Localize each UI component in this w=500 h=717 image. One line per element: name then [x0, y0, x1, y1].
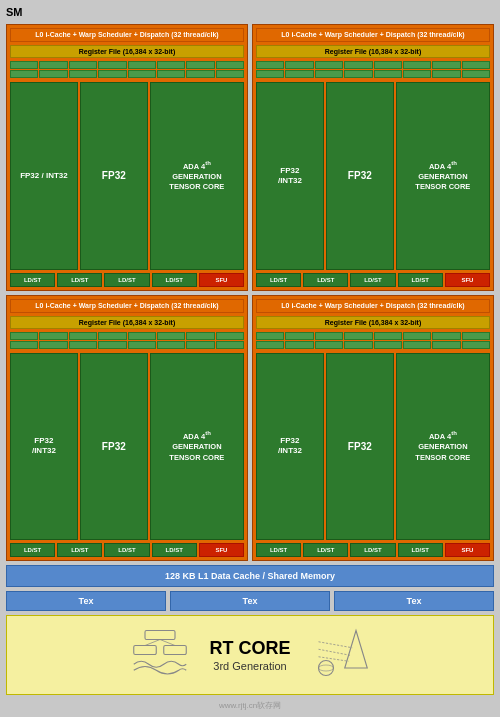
reg-cell — [462, 332, 490, 340]
rt-core-title: RT CORE — [210, 638, 291, 660]
reg-cell — [98, 332, 126, 340]
ld-st-3: LD/ST — [104, 273, 149, 287]
reg-cell — [186, 70, 214, 78]
reg-cell — [315, 70, 343, 78]
warp-block-1: L0 i-Cache + Warp Scheduler + Dispatch (… — [6, 24, 248, 291]
bottom-bar-3: LD/ST LD/ST LD/ST LD/ST SFU — [10, 543, 244, 557]
fp32-int32-label-2: FP32/INT32 — [278, 166, 302, 187]
reg-cell — [432, 332, 460, 340]
rt-core-section: RT CORE 3rd Generation — [6, 615, 494, 695]
sm-label: SM — [6, 6, 494, 18]
sm-container: SM L0 i-Cache + Warp Scheduler + Dispatc… — [0, 0, 500, 717]
reg-cell — [128, 70, 156, 78]
warp-block-3: L0 i-Cache + Warp Scheduler + Dispatch (… — [6, 295, 248, 562]
tex-1: Tex — [6, 591, 166, 611]
tensor-label-3: ADA 4thGENERATIONTENSOR CORE — [169, 429, 224, 463]
svg-rect-0 — [145, 631, 175, 640]
reg-cell — [403, 70, 431, 78]
sfu-2: SFU — [445, 273, 490, 287]
warp-header-3: L0 i-Cache + Warp Scheduler + Dispatch (… — [10, 299, 244, 313]
sfu-3: SFU — [199, 543, 244, 557]
watermark: www.rjtj.cn软存网 — [6, 700, 494, 711]
fp32-label-2: FP32 — [348, 170, 372, 181]
reg-cell — [315, 332, 343, 340]
l1-cache-bar: 128 KB L1 Data Cache / Shared Memory — [6, 565, 494, 587]
tex-3: Tex — [334, 591, 494, 611]
reg-cell — [10, 332, 38, 340]
reg-cell — [186, 332, 214, 340]
reg-file-1: Register File (16,384 x 32-bit) — [10, 45, 244, 58]
reg-cell — [216, 341, 244, 349]
ld-st-5: LD/ST — [256, 273, 301, 287]
reg-cell — [216, 61, 244, 69]
warp-block-4: L0 i-Cache + Warp Scheduler + Dispatch (… — [252, 295, 494, 562]
reg-cell — [98, 70, 126, 78]
sfu-1: SFU — [199, 273, 244, 287]
reg-cell — [10, 341, 38, 349]
reg-cell — [344, 61, 372, 69]
fp32-1: FP32 — [80, 82, 148, 269]
fp32-4: FP32 — [326, 353, 394, 540]
cores-area-3: FP32/INT32 FP32 ADA 4thGENERATIONTENSOR … — [10, 353, 244, 540]
reg-cell — [216, 332, 244, 340]
ld-st-9: LD/ST — [10, 543, 55, 557]
reg-cell — [39, 70, 67, 78]
fp32-int32-2: FP32/INT32 — [256, 82, 324, 269]
reg-file-4: Register File (16,384 x 32-bit) — [256, 316, 490, 329]
rt-left-icon — [130, 623, 190, 687]
reg-cell — [216, 70, 244, 78]
reg-cell — [315, 341, 343, 349]
fp32-int32-label-1: FP32 / INT32 — [20, 171, 68, 181]
reg-cell — [69, 332, 97, 340]
reg-cell — [157, 70, 185, 78]
reg-cell — [285, 341, 313, 349]
bottom-section: L0 i-Cache + Warp Scheduler + Dispatch (… — [6, 295, 494, 562]
cores-area-1: FP32 / INT32 FP32 ADA 4thGENERATIONTENSO… — [10, 82, 244, 269]
reg-cell — [403, 61, 431, 69]
reg-cell — [69, 341, 97, 349]
reg-cell — [403, 341, 431, 349]
reg-grid-2 — [256, 61, 490, 78]
ld-st-15: LD/ST — [350, 543, 395, 557]
reg-cell — [128, 61, 156, 69]
reg-cell — [374, 70, 402, 78]
reg-cell — [157, 61, 185, 69]
ld-st-12: LD/ST — [152, 543, 197, 557]
fp32-int32-1: FP32 / INT32 — [10, 82, 78, 269]
reg-cell — [39, 341, 67, 349]
svg-marker-5 — [344, 631, 367, 669]
ld-st-14: LD/ST — [303, 543, 348, 557]
fp32-label-1: FP32 — [102, 170, 126, 181]
tensor-core-3: ADA 4thGENERATIONTENSOR CORE — [150, 353, 244, 540]
tensor-core-4: ADA 4thGENERATIONTENSOR CORE — [396, 353, 490, 540]
reg-cell — [157, 332, 185, 340]
svg-point-10 — [318, 665, 333, 671]
reg-cell — [157, 341, 185, 349]
reg-grid-3 — [10, 332, 244, 349]
reg-cell — [462, 70, 490, 78]
fp32-int32-label-3: FP32/INT32 — [32, 436, 56, 457]
tex-2: Tex — [170, 591, 330, 611]
ld-st-4: LD/ST — [152, 273, 197, 287]
fp32-3: FP32 — [80, 353, 148, 540]
ld-st-6: LD/ST — [303, 273, 348, 287]
rt-right-svg — [311, 623, 371, 683]
reg-cell — [285, 61, 313, 69]
warp-header-4: L0 i-Cache + Warp Scheduler + Dispatch (… — [256, 299, 490, 313]
reg-cell — [128, 332, 156, 340]
reg-cell — [462, 61, 490, 69]
svg-line-6 — [318, 642, 352, 648]
ld-st-7: LD/ST — [350, 273, 395, 287]
fp32-int32-label-4: FP32/INT32 — [278, 436, 302, 457]
bottom-bar-2: LD/ST LD/ST LD/ST LD/ST SFU — [256, 273, 490, 287]
warp-header-2: L0 i-Cache + Warp Scheduler + Dispatch (… — [256, 28, 490, 42]
fp32-label-3: FP32 — [102, 441, 126, 452]
reg-cell — [256, 341, 284, 349]
tensor-label-4: ADA 4thGENERATIONTENSOR CORE — [415, 429, 470, 463]
rt-left-svg — [130, 623, 190, 683]
tensor-label-1: ADA 4thGENERATIONTENSOR CORE — [169, 159, 224, 193]
reg-grid-4 — [256, 332, 490, 349]
top-section: L0 i-Cache + Warp Scheduler + Dispatch (… — [6, 24, 494, 291]
reg-cell — [374, 341, 402, 349]
reg-cell — [69, 61, 97, 69]
